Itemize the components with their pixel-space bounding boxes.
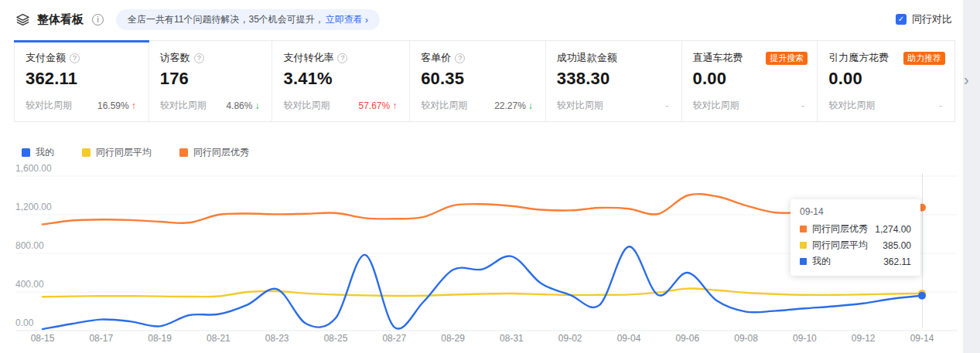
y-axis-tick-label: 800.00: [15, 240, 44, 251]
metric-card-title-row: 客单价 ?: [421, 51, 536, 65]
change-arrow-icon: ↓: [528, 100, 533, 111]
metric-compare-row: 较对比周期 57.67% ↑: [283, 99, 400, 112]
endpoint-dot-mine: [918, 292, 926, 300]
metric-card-title-row: 访客数 ?: [160, 51, 263, 65]
compare-label: 较对比周期: [160, 99, 207, 112]
compare-label: 较对比周期: [421, 99, 467, 112]
metric-card[interactable]: 支付金额 ? 362.11 较对比周期 16.59% ↑: [15, 41, 149, 121]
metric-card[interactable]: 支付转化率 ? 3.41% 较对比周期 57.67% ↑: [272, 41, 410, 121]
x-axis-tick-label: 08-27: [382, 333, 406, 344]
metric-card-title-row: 直通车花费 提升搜索: [693, 51, 808, 65]
carousel-next-button[interactable]: ›: [964, 72, 969, 87]
change-value: -: [939, 100, 942, 111]
page-title: 整体看板: [37, 12, 84, 27]
metric-value: 60.35: [421, 69, 536, 89]
metric-card-title-row: 支付转化率 ?: [283, 51, 400, 65]
change-percent: 4.86%: [226, 100, 252, 111]
change-arrow-icon: ↓: [254, 100, 259, 111]
metric-title: 客单价: [421, 51, 451, 65]
change-value: 22.27% ↓: [494, 100, 533, 111]
notice-text: 全店一共有11个问题待解决，35个机会可提升，: [128, 13, 324, 26]
metric-card-title-row: 成功退款金额: [557, 51, 672, 65]
legend-label: 我的: [36, 146, 54, 159]
notice-link[interactable]: 立即查看: [326, 13, 363, 26]
change-percent: 22.27%: [494, 100, 526, 111]
y-axis-tick-label: 400.00: [15, 279, 44, 290]
compare-label: 较对比周期: [26, 99, 72, 112]
chart-legend: 我的 同行同层平均 同行同层优秀: [22, 146, 249, 159]
peer-compare-checkbox[interactable]: ✓: [896, 14, 907, 25]
change-value: 16.59% ↑: [97, 100, 136, 111]
change-percent: 16.59%: [97, 100, 129, 111]
x-axis-tick-label: 08-17: [89, 333, 113, 344]
y-axis-tick-label: 1,200.00: [15, 202, 52, 212]
metric-card[interactable]: 访客数 ? 176 较对比周期 4.86% ↓: [149, 41, 273, 121]
compare-label: 较对比周期: [283, 99, 330, 112]
tooltip-swatch-icon: [800, 226, 807, 233]
legend-item[interactable]: 同行同层优秀: [179, 146, 249, 159]
metric-cards: 支付金额 ? 362.11 较对比周期 16.59% ↑ 访客数 ? 176 较…: [14, 40, 955, 122]
x-axis-tick-label: 09-08: [734, 333, 758, 344]
x-axis-tick-label: 09-06: [675, 333, 699, 344]
y-axis-tick-label: 0.00: [15, 317, 34, 328]
metric-value: 338.30: [557, 69, 672, 89]
peer-compare-toggle: ✓ 同行对比: [896, 12, 952, 26]
metric-title: 支付金额: [26, 51, 66, 65]
metric-value: 0.00: [828, 69, 945, 89]
promo-badge[interactable]: 提升搜索: [766, 52, 808, 65]
metric-title: 成功退款金额: [557, 51, 617, 65]
promo-badge[interactable]: 助力推荐: [903, 52, 945, 65]
info-icon[interactable]: i: [92, 14, 104, 25]
tooltip-series-name: 同行同层平均: [812, 239, 868, 252]
x-axis-tick-label: 09-10: [793, 333, 817, 344]
metric-value: 362.11: [26, 69, 139, 89]
metric-card[interactable]: 成功退款金额 338.30 较对比周期 -: [546, 41, 682, 121]
x-axis-tick-label: 08-23: [265, 333, 289, 344]
legend-item[interactable]: 同行同层平均: [82, 146, 152, 159]
notice-arrow-icon[interactable]: ›: [365, 14, 368, 25]
metric-value: 3.41%: [283, 69, 400, 89]
legend-swatch-icon: [22, 148, 30, 157]
metric-card[interactable]: 直通车花费 提升搜索 0.00 较对比周期 -: [682, 41, 818, 121]
metric-title: 访客数: [160, 51, 190, 65]
line-peer-average: [43, 289, 922, 297]
help-icon[interactable]: ?: [455, 53, 465, 63]
metric-compare-row: 较对比周期 4.86% ↓: [160, 99, 263, 112]
compare-label: 较对比周期: [557, 99, 603, 112]
tooltip-row: 同行同层平均 385.00: [800, 239, 911, 252]
tooltip-swatch-icon: [800, 242, 807, 249]
help-icon[interactable]: ?: [194, 53, 204, 63]
tooltip-row: 我的 362.11: [800, 255, 911, 268]
metric-compare-row: 较对比周期 -: [693, 99, 808, 112]
tooltip-series-name: 同行同层优秀: [812, 222, 868, 236]
change-value: -: [801, 100, 804, 111]
metric-card-title-row: 引力魔方花费 助力推荐: [828, 51, 945, 65]
metric-compare-row: 较对比周期 22.27% ↓: [421, 99, 536, 112]
help-icon[interactable]: ?: [70, 53, 80, 63]
change-arrow-icon: ↑: [392, 100, 397, 111]
metric-value: 176: [160, 69, 263, 89]
help-icon[interactable]: ?: [337, 53, 347, 63]
legend-label: 同行同层平均: [96, 146, 152, 159]
tooltip-series-value: 1,274.00: [875, 224, 911, 235]
layers-icon: [15, 12, 30, 27]
change-value: 4.86% ↓: [226, 100, 259, 111]
change-value: 57.67% ↑: [358, 100, 397, 111]
header: 整体看板 i 全店一共有11个问题待解决，35个机会可提升， 立即查看 › ✓ …: [0, 0, 963, 39]
x-axis-tick-label: 08-21: [207, 333, 230, 344]
x-axis-tick-label: 09-04: [617, 333, 641, 344]
x-axis-tick-label: 09-02: [558, 333, 582, 344]
compare-label: 较对比周期: [828, 99, 875, 112]
legend-swatch-icon: [82, 148, 90, 157]
x-axis-tick-label: 08-19: [148, 333, 172, 344]
metric-compare-row: 较对比周期 -: [557, 99, 672, 112]
change-value: -: [666, 100, 669, 111]
metric-card[interactable]: 引力魔方花费 助力推荐 0.00 较对比周期 -: [818, 41, 954, 121]
tooltip-series-value: 385.00: [883, 240, 911, 251]
tooltip-rows: 同行同层优秀 1,274.00 同行同层平均 385.00 我的 362.11: [800, 222, 911, 268]
notice-banner: 全店一共有11个问题待解决，35个机会可提升， 立即查看 ›: [116, 9, 380, 30]
legend-swatch-icon: [179, 148, 188, 157]
metric-title: 支付转化率: [283, 51, 333, 65]
legend-item[interactable]: 我的: [22, 146, 54, 159]
metric-card[interactable]: 客单价 ? 60.35 较对比周期 22.27% ↓: [410, 41, 546, 121]
